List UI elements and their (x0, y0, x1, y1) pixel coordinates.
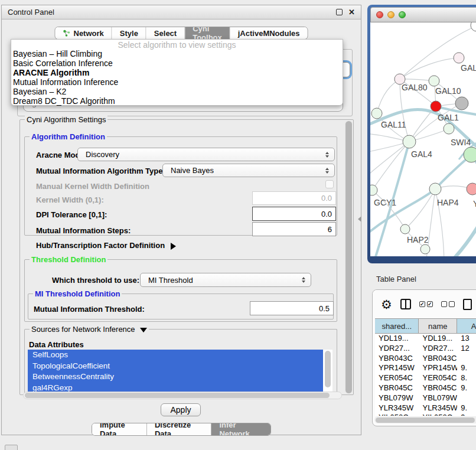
column-header-name[interactable]: name (419, 319, 457, 333)
sources-group-title[interactable]: Sources for Network Inference (30, 325, 149, 334)
network-window-titlebar (370, 7, 476, 22)
mac-minimize-icon[interactable] (387, 11, 395, 18)
sources-title-text: Sources for Network Inference (31, 325, 135, 334)
table-row[interactable]: YPR145WYPR145W9. (375, 363, 476, 373)
network-canvas[interactable]: GALGAL80GAL10GAL1GAL11GAL4SWI4GCY1HAP4YH… (370, 22, 476, 256)
table-hscrollbar[interactable] (374, 416, 476, 423)
aracne-mode-value: Discovery (86, 150, 119, 159)
attribute-item-selected[interactable]: BetweennessCentrality (28, 371, 323, 383)
mi-type-combo[interactable]: Naive Bayes (162, 164, 335, 177)
column-header-partial[interactable]: A (457, 319, 476, 333)
network-node[interactable] (454, 53, 464, 63)
settings-hscrollbar-thumb[interactable] (25, 393, 330, 398)
algorithm-option[interactable]: Basic Correlation Inference (11, 58, 343, 68)
algorithm-option[interactable]: Mutual Information Inference (11, 77, 343, 87)
export-table-icon[interactable] (463, 299, 472, 310)
select-all-checks-icon[interactable]: ✓✓ (419, 301, 433, 307)
settings-scrollbar-thumb[interactable] (345, 121, 352, 393)
attribute-item-selected[interactable]: SelfLoops (28, 350, 323, 361)
table-cell: YPR145W (375, 363, 419, 373)
table-row[interactable]: YBL079WYBL079W (375, 393, 476, 403)
table-toolbar: ⚙ ✓✓ (373, 290, 476, 318)
hub-section-toggle[interactable]: Hub/Transcription Factor Definition (36, 241, 176, 250)
tab-discretize-data[interactable]: Discretize Data (147, 423, 212, 435)
which-threshold-combo[interactable]: MI Threshold (140, 273, 311, 287)
network-node[interactable] (400, 224, 410, 234)
gear-icon[interactable]: ⚙ (381, 298, 392, 311)
panel-splitter-collapse-icon[interactable] (358, 216, 361, 222)
combo-arrows-icon (302, 277, 305, 283)
table-cell: YBL079W (419, 393, 457, 403)
table-panel-title: Table Panel (376, 275, 416, 283)
network-node[interactable] (464, 147, 476, 162)
aracne-mode-combo[interactable]: Discovery (77, 148, 335, 161)
tab-cyni-toolbox[interactable]: Cyni Toolbox (185, 27, 230, 39)
mi-type-label: Mutual Information Algorithm Type: (36, 167, 165, 175)
manual-kernel-label: Manual Kernel Width Definition (36, 182, 149, 191)
table-row[interactable]: YDL19...YDL19...13 (375, 334, 476, 344)
table-cell: 8. (457, 373, 476, 383)
table-row[interactable]: YBR043CYBR043C (375, 354, 476, 364)
tab-jactivemnodules[interactable]: jActiveMNodules (230, 27, 308, 39)
cyni-settings-group-title: Cyni Algorithm Settings (25, 115, 107, 124)
close-window-icon[interactable]: ✕ (348, 8, 355, 16)
algorithm-option[interactable]: Bayesian – Hill Climbing (11, 49, 343, 58)
kernel-width-label: Kernel Width (0,1): (36, 195, 104, 204)
data-attributes-list: SelfLoops TopologicalCoefficient Between… (28, 350, 332, 393)
table-hscrollbar-thumb[interactable] (376, 418, 475, 423)
table-row[interactable]: YLR345WYLR345W9. (375, 403, 476, 413)
manual-kernel-checkbox[interactable] (325, 180, 334, 188)
tab-network-label: Network (73, 29, 103, 38)
table-cell: YDL19... (419, 334, 457, 344)
which-threshold-value: MI Threshold (148, 276, 193, 285)
table-row[interactable]: YIL052CYIL052C9 (375, 413, 476, 416)
mac-zoom-icon[interactable] (399, 11, 406, 18)
network-node[interactable] (403, 135, 416, 148)
deselect-all-checks-icon[interactable] (441, 301, 455, 307)
attribute-item-selected[interactable]: TopologicalCoefficient (28, 361, 323, 372)
table-cell: YBL079W (375, 393, 419, 403)
algorithm-option-selected[interactable]: ARACNE Algorithm (11, 68, 343, 77)
table-cell (457, 393, 476, 403)
mi-threshold-group-title: MI Threshold Definition (33, 289, 122, 298)
table-cell: YPR145W (419, 363, 457, 373)
tab-impute-data[interactable]: Impute Data (92, 423, 147, 435)
mi-steps-input[interactable] (252, 222, 336, 236)
tab-style[interactable]: Style (112, 27, 146, 39)
kernel-width-input[interactable] (252, 191, 336, 205)
tab-select[interactable]: Select (146, 27, 185, 39)
table-panel-window: ⚙ ✓✓ shared... name A YDL19...YDL19...13… (372, 289, 476, 426)
split-columns-icon[interactable] (400, 299, 411, 309)
network-node[interactable] (431, 101, 441, 112)
algorithm-option[interactable]: Dream8 DC_TDC Algorithm (11, 96, 343, 106)
settings-hscrollbar[interactable] (23, 392, 342, 399)
mi-threshold-input[interactable] (250, 301, 334, 315)
network-node[interactable] (429, 76, 439, 86)
table-row[interactable]: YBR045CYBR045C9. (375, 383, 476, 393)
network-node[interactable] (471, 22, 476, 31)
tab-network[interactable]: Network (55, 27, 112, 39)
control-panel-title: Control Panel (8, 8, 330, 17)
tab-infer-network[interactable]: Infer Network (211, 423, 270, 435)
taskbar-partial-icon[interactable] (5, 445, 18, 450)
column-header-shared-name[interactable]: shared... (375, 319, 419, 333)
hub-section-label: Hub/Transcription Factor Definition (36, 241, 165, 250)
apply-button[interactable]: Apply (161, 403, 201, 416)
float-window-icon[interactable] (336, 9, 343, 15)
network-node[interactable] (420, 244, 430, 254)
app-root: Control Panel ✕ Network Style Select (0, 0, 476, 450)
mac-close-icon[interactable] (376, 11, 383, 18)
algorithm-option[interactable]: Bayesian – K2 (11, 87, 343, 96)
dpi-tolerance-input[interactable] (252, 207, 336, 221)
network-node[interactable] (371, 108, 382, 119)
network-node[interactable] (429, 183, 441, 195)
network-node-label: SWI4 (451, 138, 471, 147)
attribute-list-scrollbar[interactable] (325, 351, 331, 387)
network-node-label: HAP4 (437, 198, 459, 207)
network-node[interactable] (444, 123, 454, 134)
table-row[interactable]: YDR27...YDR27...12 (375, 344, 476, 354)
network-node[interactable] (455, 97, 468, 110)
network-node[interactable] (467, 183, 476, 195)
table-row[interactable]: YER054CYER054C8. (375, 373, 476, 383)
network-node-label: GAL80 (402, 83, 428, 92)
